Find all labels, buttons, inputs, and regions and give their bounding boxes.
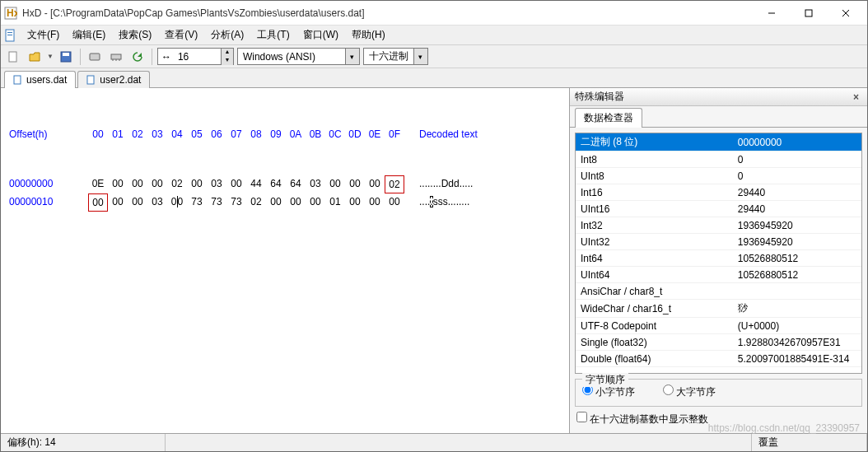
inspector-row[interactable]: WideChar / char16_t猀 <box>576 300 861 318</box>
menu-search[interactable]: 搜索(S) <box>112 26 158 44</box>
hex-byte[interactable]: 0E <box>88 175 108 193</box>
menubar: 文件(F) 编辑(E) 搜索(S) 查看(V) 分析(A) 工具(T) 窗口(W… <box>1 26 867 45</box>
tab-data-inspector[interactable]: 数据检查器 <box>575 108 642 128</box>
refresh-button[interactable] <box>128 48 147 66</box>
ascii-column[interactable]: .....sss........ <box>419 193 469 212</box>
radix-combo[interactable]: 十六进制 ▾ <box>363 48 428 65</box>
svg-rect-13 <box>111 54 121 59</box>
hex-byte[interactable]: 02 <box>246 193 266 212</box>
minimize-button[interactable] <box>753 1 790 25</box>
inspector-key: WideChar / char16_t <box>576 300 733 318</box>
close-button[interactable] <box>827 1 864 25</box>
hex-byte[interactable]: 00 <box>385 193 404 212</box>
hex-byte[interactable]: 00 <box>226 175 246 193</box>
toolbar: ▼ ↔ ▲▼ Windows (ANSI) ▾ 十六进制 ▾ <box>1 45 867 68</box>
hex-byte[interactable]: 02 <box>167 175 187 193</box>
menu-edit[interactable]: 编辑(E) <box>66 26 112 44</box>
hex-byte[interactable]: 00 <box>286 193 306 212</box>
col-header: 01 <box>108 126 128 142</box>
tab-users-dat[interactable]: users.dat <box>4 71 76 88</box>
menu-view[interactable]: 查看(V) <box>158 26 204 44</box>
hex-integers-checkbox[interactable]: 在十六进制基数中显示整数 <box>575 410 862 428</box>
hex-byte[interactable]: 00 <box>88 193 108 212</box>
disk-button[interactable] <box>86 48 104 66</box>
left-arrow-icon[interactable]: ↔ <box>158 51 175 63</box>
inspector-row[interactable]: UInt6410526880512 <box>576 267 861 283</box>
inspector-key: UInt32 <box>576 234 733 250</box>
inspector-key: UInt8 <box>576 168 733 184</box>
ram-button[interactable] <box>107 48 125 66</box>
spin-up-icon[interactable]: ▲ <box>221 49 233 57</box>
data-inspector-table[interactable]: 二进制 (8 位)00000000Int80UInt80Int1629440UI… <box>575 133 862 374</box>
radio-little-endian[interactable]: 小字节序 <box>582 386 635 398</box>
hex-byte[interactable]: 00 <box>128 193 147 212</box>
col-header: 00 <box>88 126 108 142</box>
open-dropdown-icon[interactable]: ▼ <box>47 53 54 60</box>
hex-byte[interactable]: 00 <box>345 175 365 193</box>
inspector-row[interactable]: Int321936945920 <box>576 217 861 234</box>
hex-byte[interactable]: 00 <box>108 193 128 212</box>
inspector-row[interactable]: Int6410526880512 <box>576 250 861 267</box>
hex-editor[interactable]: Offset(h) 000102030405060708090A0B0C0D0E… <box>1 88 569 433</box>
hex-byte[interactable]: 00 <box>325 175 345 193</box>
file-tabs: users.dat user2.dat <box>1 68 867 88</box>
hex-byte[interactable]: 73 <box>226 193 246 212</box>
hex-byte[interactable]: 64 <box>266 175 286 193</box>
tab-user2-dat[interactable]: user2.dat <box>77 71 150 88</box>
hex-byte[interactable]: 03 <box>147 193 167 212</box>
inspector-row[interactable]: AnsiChar / char8_t <box>576 283 861 300</box>
bytes-per-row-input[interactable]: ↔ ▲▼ <box>157 48 234 65</box>
hex-byte[interactable]: 03 <box>306 175 325 193</box>
panel-close-button[interactable]: × <box>850 91 862 103</box>
menu-tools[interactable]: 工具(T) <box>250 26 296 44</box>
menu-window[interactable]: 窗口(W) <box>296 26 345 44</box>
inspector-row[interactable]: Single (float32)1.92880342670957E31 <box>576 334 861 351</box>
menu-help[interactable]: 帮助(H) <box>345 26 392 44</box>
svg-rect-18 <box>87 76 94 84</box>
inspector-row[interactable]: UInt1629440 <box>576 201 861 217</box>
window-title: HxD - [C:\ProgramData\PopCap Games\Plant… <box>22 7 753 19</box>
inspector-row[interactable]: UInt321936945920 <box>576 234 861 250</box>
new-button[interactable] <box>4 48 22 66</box>
hex-row[interactable]: 0000001000000003007373730200000001000000… <box>9 193 561 212</box>
hex-byte[interactable]: 00 <box>365 175 385 193</box>
col-header: 0A <box>286 126 306 142</box>
hex-byte[interactable]: 73 <box>207 193 226 212</box>
inspector-row[interactable]: Int80 <box>576 151 861 168</box>
hex-byte[interactable]: 02 <box>385 175 404 193</box>
radio-big-endian[interactable]: 大字节序 <box>663 386 716 398</box>
hex-byte[interactable]: 44 <box>246 175 266 193</box>
hex-byte[interactable]: 00 <box>187 175 207 193</box>
inspector-row[interactable]: Int1629440 <box>576 184 861 201</box>
menu-file[interactable]: 文件(F) <box>21 26 66 44</box>
inspector-value: 0 <box>733 168 861 184</box>
hex-byte[interactable]: 00 <box>365 193 385 212</box>
save-button[interactable] <box>57 48 75 66</box>
spin-down-icon[interactable]: ▼ <box>221 57 233 65</box>
hex-byte[interactable]: 00 <box>108 175 128 193</box>
open-button[interactable] <box>26 48 44 66</box>
bytes-per-row-field[interactable] <box>175 49 221 64</box>
hex-byte[interactable]: 00 <box>128 175 147 193</box>
hex-byte[interactable]: 73 <box>187 193 207 212</box>
inspector-value: 10526880512 <box>733 250 861 267</box>
inspector-row[interactable]: Double (float64)5.20097001885491E-314 <box>576 351 861 367</box>
chevron-down-icon[interactable]: ▾ <box>413 49 427 64</box>
hex-byte[interactable]: 00 <box>167 193 187 212</box>
inspector-row[interactable]: UInt80 <box>576 168 861 184</box>
hex-byte[interactable]: 64 <box>286 175 306 193</box>
maximize-button[interactable] <box>790 1 827 25</box>
encoding-combo[interactable]: Windows (ANSI) ▾ <box>237 48 360 65</box>
hex-byte[interactable]: 01 <box>325 193 345 212</box>
inspector-row[interactable]: UTF-8 Codepoint (U+0000) <box>576 318 861 334</box>
hex-row[interactable]: 000000000E000000020003004464640300000002… <box>9 175 561 193</box>
hex-byte[interactable]: 00 <box>147 175 167 193</box>
hex-byte[interactable]: 00 <box>306 193 325 212</box>
menu-analyze[interactable]: 分析(A) <box>204 26 250 44</box>
hex-byte[interactable]: 00 <box>266 193 286 212</box>
inspector-row[interactable]: 二进制 (8 位)00000000 <box>576 133 861 151</box>
hex-byte[interactable]: 03 <box>207 175 226 193</box>
ascii-column[interactable]: ........Ddd..... <box>419 175 473 193</box>
hex-byte[interactable]: 00 <box>345 193 365 212</box>
chevron-down-icon[interactable]: ▾ <box>345 49 359 64</box>
